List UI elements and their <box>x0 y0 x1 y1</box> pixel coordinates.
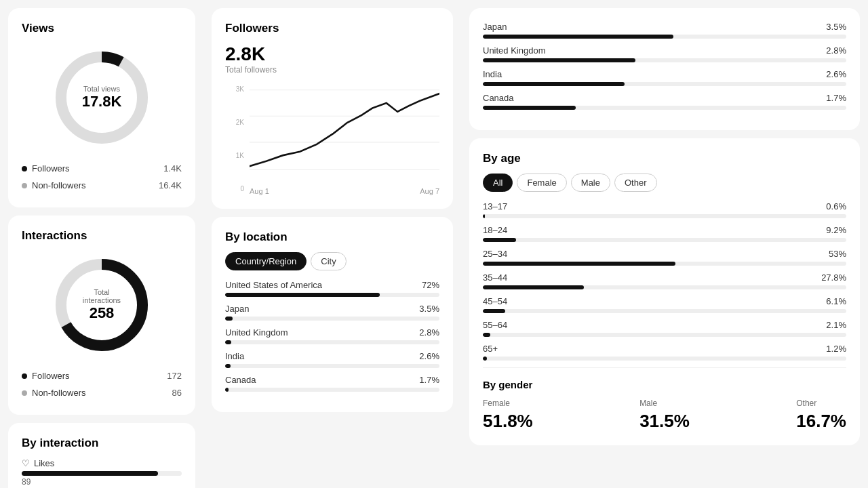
views-nonfollowers-label: Non-followers <box>32 180 85 190</box>
x-label-aug7: Aug 7 <box>420 187 439 195</box>
by-gender-section: By gender Female 51.8% Male 31.5% Other … <box>483 379 846 432</box>
interactions-nonfollowers-label: Non-followers <box>32 388 85 398</box>
right-location-bars: Japan 3.5% United Kingdom 2.8% India 2.6… <box>483 22 846 110</box>
x-axis-labels: Aug 1 Aug 7 <box>250 187 439 195</box>
followers-total-value: 2.8K <box>225 43 439 65</box>
followers-card: Followers 2.8K Total followers 3K 2K 1K … <box>212 8 453 209</box>
by-location-card: By location Country/Region City United S… <box>212 217 453 412</box>
tab-city[interactable]: City <box>311 252 346 270</box>
views-nonfollowers-row: Non-followers 16.4K <box>22 177 182 194</box>
right-location-item: Canada 1.7% <box>483 93 846 110</box>
views-total-value: 17.8K <box>82 93 122 110</box>
views-donut-wrap: Total views 17.8K <box>22 43 182 152</box>
followers-line-chart <box>250 83 439 184</box>
location-item: United States of America 72% <box>225 280 439 297</box>
by-interaction-title: By interaction <box>22 436 182 450</box>
y-label-1k: 1K <box>225 152 244 159</box>
age-range-item: 25–34 53% <box>483 249 846 266</box>
age-bars: 13–17 0.6% 18–24 9.2% 25–34 53% 35–44 27… <box>483 201 846 361</box>
age-tab-female[interactable]: Female <box>517 174 566 192</box>
age-range-item: 13–17 0.6% <box>483 201 846 218</box>
followers-title: Followers <box>225 22 439 35</box>
age-range-item: 45–54 6.1% <box>483 296 846 313</box>
location-item: Canada 1.7% <box>225 375 439 392</box>
interactions-title: Interactions <box>22 229 182 243</box>
location-bars: United States of America 72% Japan 3.5% … <box>225 280 439 392</box>
views-title: Views <box>22 22 182 35</box>
gender-male-value: 31.5% <box>639 411 690 432</box>
interactions-nonfollowers-value: 86 <box>172 388 182 398</box>
age-tab-other[interactable]: Other <box>614 174 657 192</box>
age-range-item: 65+ 1.2% <box>483 344 846 361</box>
age-tab-all[interactable]: All <box>483 174 513 192</box>
location-item: Japan 3.5% <box>225 304 439 321</box>
interactions-total-label: Total interactions <box>75 288 129 304</box>
views-nonfollowers-value: 16.4K <box>159 180 182 190</box>
y-label-2k: 2K <box>225 119 244 126</box>
interactions-nonfollowers-dot <box>22 390 27 396</box>
gender-female-label: Female <box>483 399 533 408</box>
followers-total-label: Total followers <box>225 65 439 75</box>
age-tab-male[interactable]: Male <box>571 174 610 192</box>
gender-female-value: 51.8% <box>483 411 533 432</box>
gender-male: Male 31.5% <box>639 399 690 432</box>
views-followers-row: Followers 1.4K <box>22 160 182 177</box>
location-item: India 2.6% <box>225 351 439 368</box>
interaction-bars: ♡ Likes 89 ↻ Reposts 2 ❝ Quotes 1 <box>22 458 182 488</box>
by-gender-title: By gender <box>483 379 846 390</box>
gender-other-value: 16.7% <box>796 411 846 432</box>
by-interaction-card: By interaction ♡ Likes 89 ↻ Reposts 2 ❝ … <box>8 423 195 488</box>
age-range-item: 35–44 27.8% <box>483 272 846 289</box>
interactions-donut-label: Total interactions 258 <box>75 288 129 322</box>
right-location-card: Japan 3.5% United Kingdom 2.8% India 2.6… <box>469 8 860 130</box>
interactions-followers-label: Followers <box>32 371 70 381</box>
nonfollowers-dot <box>22 183 27 188</box>
gender-female: Female 51.8% <box>483 399 533 432</box>
age-range-item: 18–24 9.2% <box>483 225 846 242</box>
right-location-item: Japan 3.5% <box>483 22 846 39</box>
views-donut: Total views 17.8K <box>47 43 156 152</box>
location-item: United Kingdom 2.8% <box>225 327 439 344</box>
age-range-item: 55–64 2.1% <box>483 320 846 337</box>
gender-other: Other 16.7% <box>796 399 846 432</box>
interactions-card: Interactions Total interactions 258 Foll… <box>8 216 195 415</box>
right-location-item: India 2.6% <box>483 69 846 86</box>
views-total-label: Total views <box>82 85 122 93</box>
views-card: Views Total views 17.8K Followers <box>8 8 195 207</box>
views-donut-label: Total views 17.8K <box>82 85 122 110</box>
interactions-total-value: 258 <box>75 304 129 322</box>
gender-other-label: Other <box>796 399 846 408</box>
age-gender-divider <box>483 367 846 368</box>
x-label-aug1: Aug 1 <box>250 187 269 195</box>
views-followers-value: 1.4K <box>163 163 182 174</box>
location-tabs: Country/Region City <box>225 252 439 270</box>
by-location-title: By location <box>225 230 439 244</box>
age-tabs: All Female Male Other <box>483 174 846 192</box>
tab-country-region[interactable]: Country/Region <box>225 252 307 270</box>
gender-male-label: Male <box>639 399 690 408</box>
by-age-title: By age <box>483 152 846 165</box>
interactions-donut: Total interactions 258 <box>47 251 156 359</box>
interactions-followers-value: 172 <box>167 371 182 381</box>
interactions-followers-dot <box>22 373 27 379</box>
interaction-item: ♡ Likes 89 <box>22 458 182 487</box>
gender-stats: Female 51.8% Male 31.5% Other 16.7% <box>483 399 846 432</box>
by-age-card: By age All Female Male Other 13–17 0.6% … <box>469 138 860 445</box>
interactions-donut-wrap: Total interactions 258 <box>22 251 182 359</box>
views-followers-label: Followers <box>32 163 70 174</box>
interactions-followers-row: Followers 172 <box>22 367 182 384</box>
followers-dot <box>22 166 27 171</box>
y-axis-labels: 3K 2K 1K 0 <box>225 83 244 195</box>
y-label-3k: 3K <box>225 85 244 93</box>
right-location-item: United Kingdom 2.8% <box>483 45 846 62</box>
y-label-0: 0 <box>225 185 244 192</box>
interactions-nonfollowers-row: Non-followers 86 <box>22 384 182 401</box>
